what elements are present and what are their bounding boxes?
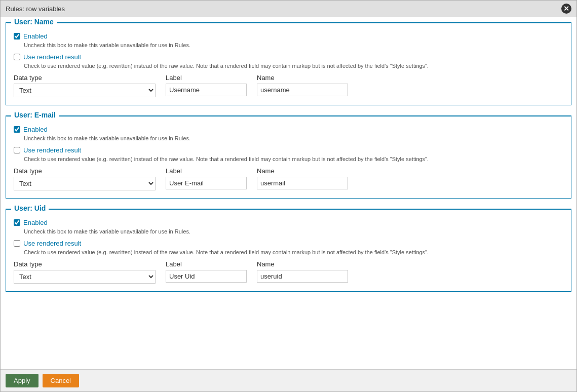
label-input-user-email[interactable]: [166, 177, 247, 189]
rendered-checkbox-user-uid[interactable]: [14, 240, 20, 247]
enabled-row-user-email: Enabled: [14, 126, 563, 133]
cancel-button[interactable]: Cancel: [43, 374, 79, 387]
main-window: Rules: row variables ✕ User: NameEnabled…: [0, 0, 577, 392]
close-button[interactable]: ✕: [561, 4, 571, 14]
name-field-label-user-email: Name: [257, 167, 348, 175]
fields-row-user-name: Data typeTextIntegerDecimalDateBooleanLa…: [14, 74, 563, 97]
name-input-user-uid[interactable]: [257, 270, 348, 283]
data-type-group-user-name: Data typeTextIntegerDecimalDateBoolean: [14, 74, 156, 97]
section-user-email: User: E-mailEnabledUncheck this box to m…: [6, 115, 571, 199]
label-input-user-name[interactable]: [166, 84, 247, 96]
rendered-checkbox-user-name[interactable]: [14, 54, 20, 60]
enabled-checkbox-user-uid[interactable]: [14, 219, 20, 226]
name-input-user-email[interactable]: [257, 177, 348, 189]
enabled-label-user-email: Enabled: [23, 126, 48, 133]
data-type-group-user-email: Data typeTextIntegerDecimalDateBoolean: [14, 167, 156, 190]
rendered-checkbox-user-email[interactable]: [14, 147, 20, 153]
name-group-user-uid: Name: [257, 260, 348, 284]
section-title-user-uid: User: Uid: [11, 204, 49, 212]
section-content-user-uid: EnabledUncheck this box to make this var…: [14, 219, 563, 284]
rendered-label-user-email: Use rendered result: [23, 146, 81, 154]
enabled-label-user-name: Enabled: [23, 32, 48, 40]
name-field-label-user-name: Name: [257, 74, 348, 82]
data-type-select-user-uid[interactable]: TextIntegerDecimalDateBoolean: [14, 270, 156, 284]
label-group-user-uid: Label: [166, 260, 247, 284]
data-type-group-user-uid: Data typeTextIntegerDecimalDateBoolean: [14, 260, 156, 284]
label-field-label-user-email: Label: [166, 167, 247, 175]
rendered-hint-user-uid: Check to use rendered value (e.g. rewrit…: [24, 249, 563, 255]
rendered-hint-user-email: Check to use rendered value (e.g. rewrit…: [24, 156, 563, 162]
rendered-label-user-uid: Use rendered result: [23, 240, 81, 247]
enabled-row-user-name: Enabled: [14, 32, 563, 40]
data-type-label-user-name: Data type: [14, 74, 156, 82]
enabled-checkbox-user-email[interactable]: [14, 126, 20, 133]
rendered-hint-user-name: Check to use rendered value (e.g. rewrit…: [24, 63, 563, 69]
apply-button[interactable]: Apply: [6, 374, 39, 387]
window-title: Rules: row variables: [6, 5, 65, 13]
enabled-hint-user-uid: Uncheck this box to make this variable u…: [24, 228, 563, 234]
enabled-row-user-uid: Enabled: [14, 219, 563, 226]
data-type-select-user-email[interactable]: TextIntegerDecimalDateBoolean: [14, 177, 156, 190]
name-input-user-name[interactable]: [257, 84, 348, 96]
footer: Apply Cancel: [1, 369, 576, 391]
data-type-select-user-name[interactable]: TextIntegerDecimalDateBoolean: [14, 84, 156, 97]
enabled-label-user-uid: Enabled: [23, 219, 48, 226]
section-title-user-email: User: E-mail: [11, 111, 59, 119]
name-group-user-email: Name: [257, 167, 348, 190]
label-field-label-user-uid: Label: [166, 260, 247, 268]
data-type-label-user-uid: Data type: [14, 260, 156, 268]
name-group-user-name: Name: [257, 74, 348, 97]
label-input-user-uid[interactable]: [166, 270, 247, 283]
section-user-uid: User: UidEnabledUncheck this box to make…: [6, 209, 571, 292]
content-area: User: NameEnabledUncheck this box to mak…: [1, 17, 576, 369]
fields-row-user-email: Data typeTextIntegerDecimalDateBooleanLa…: [14, 167, 563, 190]
section-content-user-email: EnabledUncheck this box to make this var…: [14, 126, 563, 190]
data-type-label-user-email: Data type: [14, 167, 156, 175]
label-group-user-email: Label: [166, 167, 247, 190]
rendered-row-user-uid: Use rendered result: [14, 240, 563, 247]
rendered-row-user-email: Use rendered result: [14, 146, 563, 154]
label-field-label-user-name: Label: [166, 74, 247, 82]
rendered-label-user-name: Use rendered result: [23, 53, 81, 61]
label-group-user-name: Label: [166, 74, 247, 97]
section-user-name: User: NameEnabledUncheck this box to mak…: [6, 22, 571, 105]
section-title-user-name: User: Name: [11, 18, 57, 26]
rendered-row-user-name: Use rendered result: [14, 53, 563, 61]
enabled-hint-user-email: Uncheck this box to make this variable u…: [24, 135, 563, 141]
fields-row-user-uid: Data typeTextIntegerDecimalDateBooleanLa…: [14, 260, 563, 284]
name-field-label-user-uid: Name: [257, 260, 348, 268]
section-content-user-name: EnabledUncheck this box to make this var…: [14, 32, 563, 97]
enabled-checkbox-user-name[interactable]: [14, 33, 20, 40]
title-bar: Rules: row variables ✕: [1, 1, 576, 17]
enabled-hint-user-name: Uncheck this box to make this variable u…: [24, 42, 563, 48]
